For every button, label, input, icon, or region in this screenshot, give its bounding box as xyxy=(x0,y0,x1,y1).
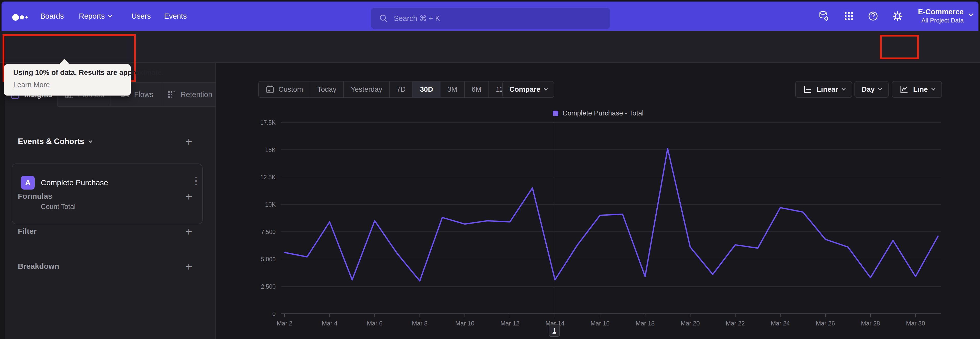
tooltip-message: Using 10% of data. Results are approxima… xyxy=(13,69,164,77)
section-breakdown: Breakdown xyxy=(18,262,59,270)
settings-gear-icon[interactable] xyxy=(892,10,903,22)
mixpanel-insights-app: Boards Reports Users Events Search ⌘ + K xyxy=(0,0,980,339)
interval-dropdown[interactable]: Day xyxy=(854,81,889,98)
search-placeholder: Search ⌘ + K xyxy=(394,14,440,23)
chevron-down-icon xyxy=(108,13,112,18)
nav-reports-label: Reports xyxy=(79,12,105,21)
section-formulas: Formulas xyxy=(18,192,52,200)
svg-text:Mar 26: Mar 26 xyxy=(816,320,835,327)
scale-dropdown[interactable]: Linear xyxy=(795,81,852,98)
svg-text:Mar 2: Mar 2 xyxy=(277,320,292,327)
events-cohorts-header[interactable]: Events & Cohorts xyxy=(18,136,92,147)
project-chevron-down-icon xyxy=(969,11,973,16)
events-cohorts-label: Events & Cohorts xyxy=(18,137,84,146)
svg-text:Mar 20: Mar 20 xyxy=(681,320,700,327)
project-name: E-Commerce xyxy=(906,7,964,17)
add-filter-button[interactable]: + xyxy=(183,226,194,237)
range-3m-label: 3M xyxy=(447,85,457,93)
chart-type-label: Line xyxy=(913,85,928,93)
range-7d-label: 7D xyxy=(396,85,406,93)
svg-text:2,500: 2,500 xyxy=(261,283,275,290)
svg-text:7,500: 7,500 xyxy=(261,229,275,235)
line-chart-icon xyxy=(899,84,909,94)
range-yesterday-label: Yesterday xyxy=(351,85,382,93)
add-formula-button[interactable]: + xyxy=(183,191,194,202)
svg-text:12.5K: 12.5K xyxy=(260,174,276,181)
svg-text:Mar 4: Mar 4 xyxy=(322,320,337,327)
nav-item-reports[interactable]: Reports xyxy=(79,2,112,30)
nav-item-boards[interactable]: Boards xyxy=(40,2,64,30)
date-range-control: Custom Today Yesterday 7D 30D 3M 6M 12M xyxy=(258,81,517,98)
tab-flows-label: Flows xyxy=(134,90,153,99)
scale-label: Linear xyxy=(817,85,838,93)
retention-icon xyxy=(166,90,177,100)
nav-item-events[interactable]: Events xyxy=(164,2,187,30)
event-name: Complete Purchase xyxy=(41,178,108,187)
svg-text:Mar 18: Mar 18 xyxy=(635,320,655,327)
add-event-button[interactable]: + xyxy=(183,136,194,147)
nav-users-label: Users xyxy=(131,12,151,21)
tooltip-learn-more-link[interactable]: Learn More xyxy=(13,81,50,89)
line-chart-plot[interactable]: 02,5005,0007,50010K12.5K15K17.5KMar 2Mar… xyxy=(216,110,980,339)
range-30d-label: 30D xyxy=(420,85,433,93)
chevron-down-icon xyxy=(88,139,92,143)
range-6m-label: 6M xyxy=(472,85,482,93)
range-today[interactable]: Today xyxy=(310,82,344,98)
section-filter: Filter xyxy=(18,227,37,235)
svg-text:Mar 12: Mar 12 xyxy=(501,320,520,327)
chevron-down-icon xyxy=(544,86,548,90)
query-builder-panel: Insights Funnels Flows xyxy=(5,63,216,339)
range-custom[interactable]: Custom xyxy=(259,82,310,98)
apps-grid-icon[interactable] xyxy=(843,10,854,22)
chevron-down-icon xyxy=(842,86,846,90)
range-7d[interactable]: 7D xyxy=(390,82,413,98)
svg-text:Mar 30: Mar 30 xyxy=(906,320,925,327)
top-navbar: Boards Reports Users Events Search ⌘ + K xyxy=(2,2,978,30)
compare-dropdown[interactable]: Compare xyxy=(502,81,554,98)
mixpanel-logo-icon xyxy=(12,10,31,24)
search-icon xyxy=(379,14,388,23)
tab-retention-label: Retention xyxy=(181,90,212,99)
range-today-label: Today xyxy=(317,85,336,93)
nav-events-label: Events xyxy=(164,12,187,21)
linear-scale-icon xyxy=(802,84,813,94)
event-metric[interactable]: Count Total xyxy=(41,203,76,211)
interval-label: Day xyxy=(862,85,875,93)
svg-text:Mar 16: Mar 16 xyxy=(590,320,610,327)
range-custom-label: Custom xyxy=(278,85,303,93)
tooltip-arrow xyxy=(59,59,70,65)
svg-text:17.5K: 17.5K xyxy=(260,119,276,126)
svg-text:Mar 24: Mar 24 xyxy=(771,320,790,327)
event-options-kebab[interactable]: ⋮ xyxy=(191,175,201,187)
svg-text:Mar 10: Mar 10 xyxy=(455,320,474,327)
compare-label: Compare xyxy=(509,85,540,93)
search-input[interactable]: Search ⌘ + K xyxy=(371,8,610,29)
range-30d-active[interactable]: 30D xyxy=(413,82,440,98)
range-3m[interactable]: 3M xyxy=(441,82,465,98)
chevron-down-icon xyxy=(931,86,935,90)
svg-text:0: 0 xyxy=(272,311,275,317)
help-icon[interactable] xyxy=(867,10,879,22)
chart-type-dropdown[interactable]: Line xyxy=(892,81,942,98)
chevron-down-icon xyxy=(878,86,882,90)
svg-text:Mar 28: Mar 28 xyxy=(861,320,880,327)
data-management-icon[interactable] xyxy=(818,10,829,22)
project-selector[interactable]: E-Commerce All Project Data xyxy=(906,7,964,24)
tab-retention[interactable]: Retention xyxy=(163,83,216,107)
nav-item-users[interactable]: Users xyxy=(131,2,151,30)
svg-text:Mar 8: Mar 8 xyxy=(412,320,428,327)
svg-text:Mar 22: Mar 22 xyxy=(726,320,745,327)
project-scope: All Project Data xyxy=(906,17,964,24)
chart-pagination-badge[interactable]: 1 xyxy=(549,325,560,337)
add-breakdown-button[interactable]: + xyxy=(183,261,194,272)
nav-boards-label: Boards xyxy=(40,12,64,21)
chart-panel: Custom Today Yesterday 7D 30D 3M 6M 12M … xyxy=(216,63,980,339)
sampling-tooltip: Using 10% of data. Results are approxima… xyxy=(4,64,130,96)
svg-text:Mar 6: Mar 6 xyxy=(367,320,383,327)
svg-text:10K: 10K xyxy=(265,201,276,208)
mixpanel-logo[interactable] xyxy=(12,10,31,24)
event-series-badge: A xyxy=(21,176,35,190)
range-yesterday[interactable]: Yesterday xyxy=(344,82,390,98)
svg-text:15K: 15K xyxy=(265,147,276,153)
range-6m[interactable]: 6M xyxy=(465,82,489,98)
